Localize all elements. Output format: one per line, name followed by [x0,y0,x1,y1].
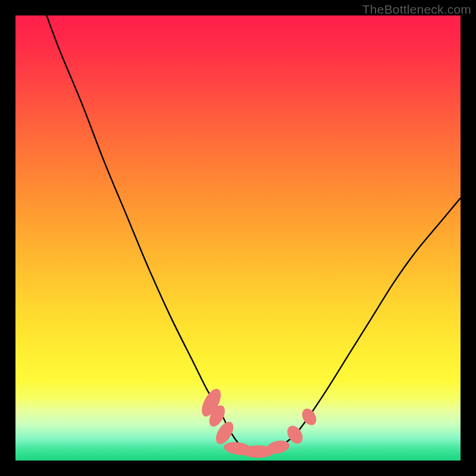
bottleneck-curve [46,15,461,452]
chart-svg-layer [15,15,461,461]
curve-markers-group [198,386,320,458]
chart-frame [15,15,461,461]
curve-marker [299,406,320,427]
watermark-text: TheBottleneck.com [362,2,471,17]
